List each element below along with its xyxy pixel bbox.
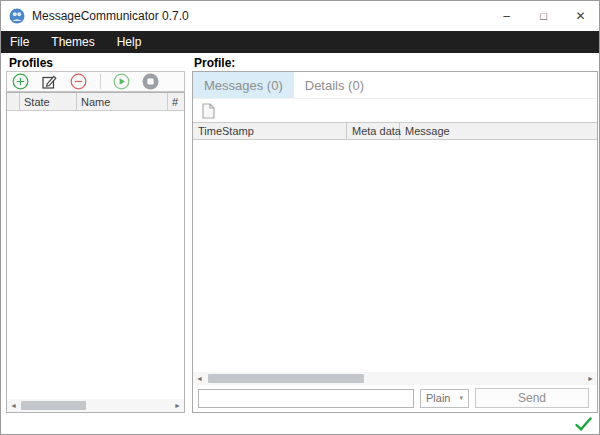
close-button[interactable]: ✕	[562, 1, 599, 31]
content-area: Profiles Profile:	[1, 53, 599, 434]
format-selected-value: Plain	[426, 392, 450, 404]
send-button[interactable]: Send	[475, 388, 589, 408]
tab-details[interactable]: Details (0)	[294, 72, 375, 98]
messages-table-header: TimeStamp Meta data Message	[193, 122, 597, 140]
menu-item-themes[interactable]: Themes	[40, 35, 105, 49]
column-header-count[interactable]: #	[168, 93, 184, 110]
column-header-metadata[interactable]: Meta data	[347, 123, 400, 139]
messages-horizontal-scrollbar[interactable]: ◄ ►	[193, 372, 597, 385]
stop-profile-button[interactable]	[142, 73, 159, 90]
edit-pencil-icon	[41, 73, 58, 90]
app-logo-icon	[9, 8, 25, 24]
column-header-name[interactable]: Name	[77, 93, 168, 110]
plus-circle-icon	[12, 73, 29, 90]
status-ok-check-icon	[575, 417, 592, 431]
start-profile-button[interactable]	[113, 73, 130, 90]
messages-table-body[interactable]	[193, 140, 597, 372]
profiles-panel-title: Profiles	[9, 56, 53, 70]
profiles-table: State Name # ◄ ►	[6, 92, 185, 413]
window-title: MessageCommunicator 0.7.0	[32, 9, 189, 23]
column-header-message[interactable]: Message	[400, 123, 597, 139]
profiles-table-body[interactable]	[7, 111, 184, 399]
remove-profile-button[interactable]	[70, 73, 87, 90]
minimize-button[interactable]: –	[488, 1, 525, 31]
column-header-state[interactable]: State	[20, 93, 77, 110]
column-header-timestamp[interactable]: TimeStamp	[193, 123, 347, 139]
play-circle-icon	[113, 73, 130, 90]
tab-messages[interactable]: Messages (0)	[193, 72, 294, 98]
profiles-scroll-thumb[interactable]	[21, 401, 86, 410]
scroll-right-icon[interactable]: ►	[173, 399, 182, 412]
scroll-left-icon[interactable]: ◄	[195, 372, 204, 385]
menu-bar: File Themes Help	[1, 31, 599, 53]
format-select[interactable]: Plain ▾	[420, 389, 469, 408]
app-window: MessageCommunicator 0.7.0 – □ ✕ File The…	[0, 0, 600, 435]
messages-scroll-track[interactable]	[204, 374, 586, 383]
window-controls: – □ ✕	[488, 1, 599, 31]
maximize-button[interactable]: □	[525, 1, 562, 31]
scroll-right-icon[interactable]: ►	[586, 372, 595, 385]
edit-profile-button[interactable]	[41, 73, 58, 90]
messages-toolbar	[193, 99, 597, 122]
profiles-scroll-track[interactable]	[18, 401, 173, 410]
menu-item-file[interactable]: File	[1, 35, 40, 49]
profile-panel-title: Profile:	[194, 56, 235, 70]
stop-circle-icon	[142, 73, 159, 90]
profile-tabs: Messages (0) Details (0)	[193, 72, 597, 99]
menu-item-help[interactable]: Help	[106, 35, 153, 49]
profile-panel: Messages (0) Details (0) TimeStamp Meta …	[192, 71, 598, 413]
title-bar: MessageCommunicator 0.7.0 – □ ✕	[1, 1, 599, 31]
profiles-toolbar	[6, 71, 185, 92]
toolbar-separator	[100, 74, 101, 89]
column-header-selector[interactable]	[7, 93, 20, 110]
message-composer: Plain ▾ Send	[193, 385, 597, 412]
document-icon	[202, 103, 215, 119]
message-input[interactable]	[198, 389, 414, 408]
add-profile-button[interactable]	[12, 73, 29, 90]
profiles-table-header: State Name #	[7, 93, 184, 111]
new-document-button[interactable]	[200, 102, 217, 119]
chevron-down-icon: ▾	[459, 394, 463, 402]
scroll-left-icon[interactable]: ◄	[9, 399, 18, 412]
profiles-horizontal-scrollbar[interactable]: ◄ ►	[7, 399, 184, 412]
messages-scroll-thumb[interactable]	[208, 374, 365, 383]
minus-circle-icon	[70, 73, 87, 90]
